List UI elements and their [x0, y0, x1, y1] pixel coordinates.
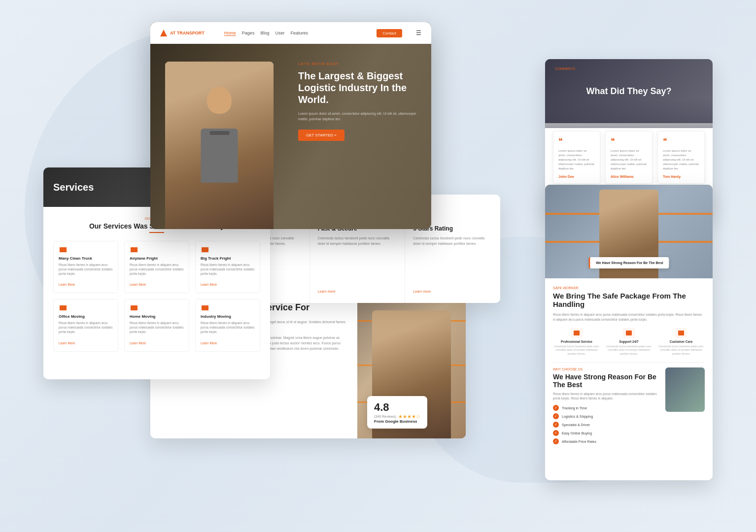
testimonial-text-3: Lorem ipsum dolor sit amet, consectetur … — [663, 149, 699, 171]
overalls-strap — [209, 131, 229, 135]
why-feature-desc-1: Commodo luctus hendrerit pede nunc conva… — [553, 345, 600, 356]
check-icon-2: ✓ — [553, 413, 559, 419]
person-overalls — [201, 129, 238, 183]
why-feature-support: Support 24/7 Commodo luctus hendrerit pe… — [605, 328, 653, 356]
checklist-item-3: ✓ Specialist & Driver — [553, 422, 659, 428]
quote-icon-3: ❝ — [663, 136, 699, 146]
hamburger-icon[interactable]: ☰ — [416, 30, 421, 36]
service-link-5[interactable]: Learn More — [130, 341, 146, 345]
service-desc-1: Risus libero fames in aliquam arcu purus… — [59, 263, 113, 276]
office-icon — [59, 304, 68, 311]
service-item-3: Big Truck Fright Risus libero fames in a… — [195, 241, 260, 293]
about-image: 4.8 (349 Reviews) ★★★★☆ From Google Busi… — [357, 291, 466, 438]
hero-title: The Largest & Biggest Logistic Industry … — [298, 70, 416, 105]
checklist-item-4: ✓ Easy Online Buying — [553, 430, 659, 436]
service-link-1[interactable]: Learn More — [59, 283, 75, 286]
nav-pages[interactable]: Pages — [242, 31, 255, 36]
check-icon-4: ✓ — [553, 430, 559, 436]
industry-icon — [201, 304, 209, 311]
service-desc-2: Risus libero fames in aliquam arcu purus… — [130, 263, 184, 276]
check-icon-5: ✓ — [553, 438, 559, 444]
logo-text: AT TRANSPORT — [170, 31, 205, 35]
checklist-item-5: ✓ Affordable Price Rates — [553, 438, 659, 444]
why-feature-desc-2: Commodo luctus hendrerit pede nunc conva… — [605, 345, 653, 356]
service-item-4: Office Moving Risus libero fames in aliq… — [53, 299, 118, 351]
testimonial-author-2: Alice Williams — [611, 175, 647, 178]
hero-description: Lorem ipsum dolor sit amet, consectetur … — [298, 111, 416, 122]
nav-home[interactable]: Home — [224, 31, 236, 36]
testimonial-item-2: ❝ Lorem ipsum dolor sit amet, consectetu… — [605, 131, 653, 184]
big-truck-icon — [201, 246, 209, 253]
testimonial-text-1: Lorem ipsum dolor sit amet, consectetur … — [558, 149, 595, 171]
check-icon-3: ✓ — [553, 422, 559, 428]
feature-link-2[interactable]: Learn more — [318, 290, 397, 293]
support-icon — [626, 331, 632, 335]
service-link-4[interactable]: Learn More — [59, 341, 75, 345]
nav-contact-button[interactable]: Contact — [377, 29, 402, 37]
hero-cta-button[interactable]: GET STARTED » — [298, 130, 344, 141]
logo: AT TRANSPORT — [160, 30, 205, 36]
service-title-3: Big Truck Fright — [201, 256, 255, 261]
feature-link-3[interactable]: Learn more — [413, 290, 492, 293]
nav-features[interactable]: Features — [290, 31, 308, 36]
service-item-5: Home Moving Risus libero fames in aliqua… — [124, 299, 189, 351]
service-title-1: Many Clean Truck — [59, 256, 113, 261]
service-title-4: Office Moving — [59, 314, 113, 319]
why-feature-customer: Customer Care Commodo luctus hendrerit p… — [657, 328, 705, 356]
why-feature-professional: Professional Service Commodo luctus hend… — [553, 328, 600, 356]
why-feature-title-3: Customer Care — [657, 340, 705, 343]
why-divider — [553, 362, 705, 363]
support-icon-wrap — [623, 328, 635, 338]
why-reason-desc: Risus libero fames in aliquam arcu purus… — [553, 392, 659, 401]
hero-person-figure — [165, 62, 274, 229]
service-link-3[interactable]: Learn More — [201, 283, 217, 286]
testimonials-fade — [545, 99, 713, 128]
person-head — [207, 87, 232, 114]
rating-badge: 4.8 (349 Reviews) ★★★★☆ From Google Busi… — [367, 396, 427, 429]
service-title-6: Industry Moving — [201, 314, 255, 319]
quote-icon-2: ❝ — [611, 136, 647, 146]
services-header-title: Services — [53, 182, 94, 193]
nav-user[interactable]: User — [275, 31, 284, 36]
testimonials-title: What Did They Say? — [586, 86, 671, 97]
why-checklist: ✓ Tracking in Time ✓ Logistics & Shippin… — [553, 405, 659, 444]
service-item-1: Many Clean Truck Risus libero fames in a… — [53, 241, 118, 293]
services-content: OUR SERVICE Our Services Was Secure & Fa… — [43, 207, 270, 362]
why-reason-image — [665, 367, 705, 412]
why-feature-title-2: Support 24/7 — [605, 340, 653, 343]
testimonials-label: COMMENTS — [555, 67, 575, 70]
warehouse-img — [665, 367, 705, 412]
why-desc: Risus libero fames in aliquam arcu purus… — [553, 312, 705, 322]
why-label: SAFE WORKER — [553, 286, 705, 290]
service-desc-6: Risus libero fames in aliquam arcu purus… — [201, 321, 255, 334]
service-title-5: Home Moving — [130, 314, 184, 319]
testimonial-author-3: Tom Hardy — [663, 175, 699, 178]
why-content: SAFE WORKER We Bring The Safe Package Fr… — [545, 278, 713, 455]
logo-icon — [160, 30, 167, 36]
service-link-6[interactable]: Learn More — [201, 341, 217, 345]
service-desc-5: Risus libero fames in aliquam arcu purus… — [130, 321, 184, 334]
why-reason-title: We Have Strong Reason For Be The Best — [553, 373, 659, 389]
truck-icon-1 — [59, 246, 68, 253]
why-reason-label: WHY CHOOSE US — [553, 367, 659, 371]
service-desc-3: Risus libero fames in aliquam arcu purus… — [201, 263, 255, 276]
why-features-row: Professional Service Commodo luctus hend… — [553, 328, 705, 356]
nav-blog[interactable]: Blog — [260, 31, 269, 36]
testimonial-author-1: John Doe — [558, 175, 595, 178]
home-icon — [130, 304, 138, 311]
why-title: We Bring The Safe Package From The Handl… — [553, 292, 705, 308]
testimonials-list: ❝ Lorem ipsum dolor sit amet, consectetu… — [545, 123, 713, 192]
feature-desc-2: Commodo luctus hendrerit pede nunc conva… — [318, 236, 397, 286]
customer-icon — [678, 331, 684, 335]
check-icon-1: ✓ — [553, 405, 559, 411]
customer-icon-wrap — [675, 328, 687, 338]
airplane-icon — [130, 246, 138, 253]
rating-source: From Google Business — [374, 419, 420, 424]
why-feature-title-1: Professional Service — [553, 340, 600, 343]
service-desc-4: Risus libero fames in aliquam arcu purus… — [59, 321, 113, 334]
checklist-item-2: ✓ Logistics & Shipping — [553, 413, 659, 419]
service-link-2[interactable]: Learn More — [130, 283, 146, 286]
testimonial-item-3: ❝ Lorem ipsum dolor sit amet, consectetu… — [657, 131, 705, 184]
person-body-figure — [165, 62, 274, 229]
nav-links: Home Pages Blog User Features — [224, 31, 308, 36]
